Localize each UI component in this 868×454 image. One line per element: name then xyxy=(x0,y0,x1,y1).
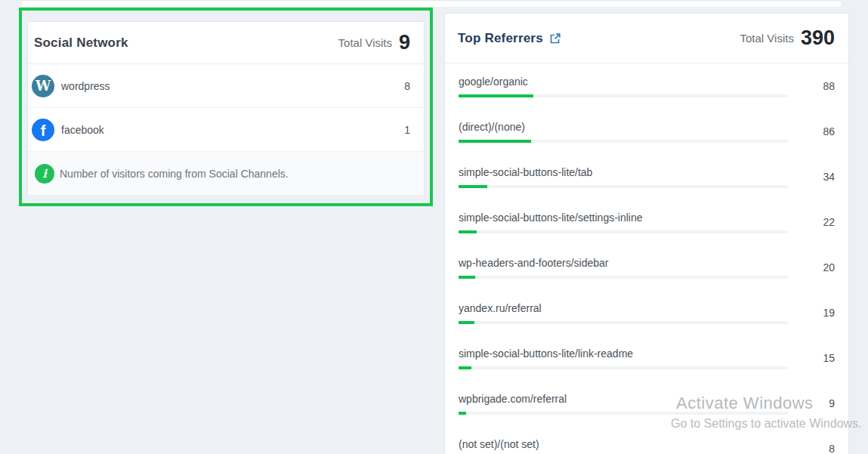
external-link-icon[interactable] xyxy=(549,32,561,45)
referrer-value: 86 xyxy=(795,125,835,137)
referrer-label: (direct)/(none) xyxy=(459,121,788,133)
social-network-row: W wordpress 8 xyxy=(28,64,424,108)
social-network-label: facebook xyxy=(61,124,404,136)
referrers-panel-title: Top Referrers xyxy=(458,31,543,46)
referrer-value: 15 xyxy=(795,352,835,364)
referrer-label: simple-social-buttons-lite/tab xyxy=(459,166,788,178)
referrer-row: wpbrigade.com/referral 9 xyxy=(445,381,848,426)
referrer-label: yandex.ru/referral xyxy=(459,302,788,314)
referrer-bar-fill xyxy=(459,230,477,233)
referrer-bar-track xyxy=(459,276,788,279)
referrer-bar-track xyxy=(459,140,788,143)
referrer-row: (not set)/(not set) 8 xyxy=(445,426,848,454)
referrer-bar-fill xyxy=(459,412,466,415)
referrer-value: 34 xyxy=(795,171,835,183)
referrer-value: 19 xyxy=(795,307,835,319)
cutoff-card-strip xyxy=(22,0,841,7)
social-network-panel: Social Network Total Visits 9 W wordpres… xyxy=(27,21,425,195)
referrer-bar-fill xyxy=(459,321,474,324)
social-network-label: wordpress xyxy=(61,80,404,92)
referrer-label: wpbrigade.com/referral xyxy=(459,393,788,405)
referrer-rows: google/organic 88 (direct)/(none) 86 sim… xyxy=(445,63,848,454)
social-rows: W wordpress 8 f facebook 1 xyxy=(28,64,424,152)
referrer-label: (not set)/(not set) xyxy=(459,438,788,450)
referrer-row: google/organic 88 xyxy=(445,63,848,109)
wordpress-icon: W xyxy=(32,75,54,97)
social-total-visits-value: 9 xyxy=(399,32,410,53)
referrer-value: 8 xyxy=(795,443,835,454)
referrers-panel-header: Top Referrers Total Visits 390 xyxy=(445,14,848,63)
referrer-bar-track xyxy=(459,230,788,233)
referrer-value: 88 xyxy=(795,80,835,92)
referrer-label: google/organic xyxy=(459,76,788,88)
referrer-row: simple-social-buttons-lite/tab 34 xyxy=(445,154,848,199)
referrer-label: simple-social-buttons-lite/settings-inli… xyxy=(459,212,788,224)
referrer-label: wp-headers-and-footers/sidebar xyxy=(459,257,788,269)
referrers-total-visits-value: 390 xyxy=(801,28,835,48)
social-total-visits: Total Visits 9 xyxy=(338,32,410,53)
social-panel-note: Number of visitors coming from Social Ch… xyxy=(60,168,289,180)
referrer-bar-fill xyxy=(459,185,487,188)
top-referrers-panel: Top Referrers Total Visits 390 google/or… xyxy=(444,13,849,454)
referrer-row: (direct)/(none) 86 xyxy=(445,109,848,154)
info-icon: i xyxy=(35,164,54,184)
referrer-bar-fill xyxy=(459,366,471,369)
social-network-value: 1 xyxy=(404,124,410,136)
referrer-row: simple-social-buttons-lite/settings-inli… xyxy=(445,199,848,245)
facebook-icon: f xyxy=(32,119,54,141)
social-panel-title: Social Network xyxy=(34,36,128,51)
social-network-value: 8 xyxy=(404,80,410,92)
social-panel-header: Social Network Total Visits 9 xyxy=(28,22,424,64)
referrer-value: 22 xyxy=(795,216,835,228)
referrer-bar-track xyxy=(459,321,788,324)
referrers-total-visits-label: Total Visits xyxy=(740,32,794,45)
social-network-row: f facebook 1 xyxy=(28,108,424,152)
social-panel-footer: i Number of visitors coming from Social … xyxy=(28,152,424,195)
social-total-visits-label: Total Visits xyxy=(338,36,392,49)
referrer-bar-track xyxy=(459,412,788,415)
referrer-bar-track xyxy=(459,185,788,188)
referrer-row: yandex.ru/referral 19 xyxy=(445,290,848,335)
referrer-label: simple-social-buttons-lite/link-readme xyxy=(459,347,788,360)
referrer-bar-track xyxy=(459,366,788,369)
referrer-bar-fill xyxy=(459,140,531,143)
referrer-value: 20 xyxy=(795,261,835,273)
referrer-bar-fill xyxy=(459,276,475,279)
referrer-bar-fill xyxy=(459,94,533,97)
referrer-bar-track xyxy=(459,94,788,97)
referrer-value: 9 xyxy=(795,397,835,409)
referrer-row: simple-social-buttons-lite/link-readme 1… xyxy=(445,335,848,381)
referrer-row: wp-headers-and-footers/sidebar 20 xyxy=(445,245,848,290)
referrers-total-visits: Total Visits 390 xyxy=(740,28,835,48)
